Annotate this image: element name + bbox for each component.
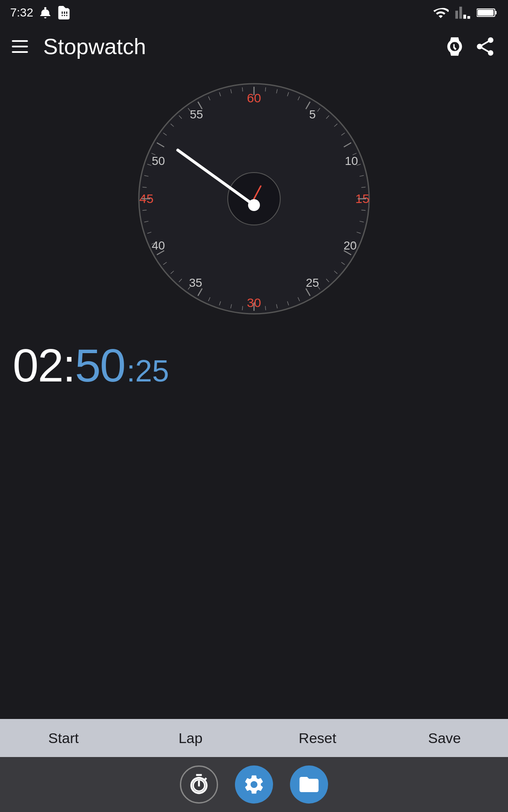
digital-time-display: 02:50 :25 (0, 326, 508, 401)
menu-button[interactable] (12, 37, 30, 56)
page-title: Stopwatch (43, 34, 444, 59)
svg-text:5: 5 (309, 108, 316, 121)
notification-icon (39, 6, 52, 19)
battery-icon (477, 6, 498, 19)
save-button[interactable]: Save (381, 719, 508, 757)
svg-text:55: 55 (190, 108, 203, 121)
watch-icon (444, 36, 466, 58)
action-bar: Start Lap Reset Save (0, 719, 508, 757)
wifi-icon (433, 5, 449, 21)
share-button[interactable] (474, 36, 496, 58)
svg-text:10: 10 (345, 154, 358, 167)
lap-button[interactable]: Lap (127, 719, 254, 757)
nav-stopwatch-button[interactable] (180, 765, 218, 804)
time-hours-minutes: 02:50 (13, 338, 125, 392)
status-bar: 7:32 (0, 0, 508, 25)
nav-settings-button[interactable] (235, 765, 273, 804)
hours: 02 (13, 339, 63, 391)
clock-face-svg: // This won't run in SVG directly, we'll… (135, 80, 373, 317)
share-icon (474, 36, 496, 58)
svg-text:35: 35 (189, 276, 202, 289)
status-time: 7:32 (10, 6, 33, 19)
reset-button[interactable]: Reset (254, 719, 381, 757)
signal-icon (455, 5, 471, 21)
minutes: 50 (75, 339, 125, 391)
svg-text:50: 50 (152, 154, 165, 167)
app-bar: Stopwatch (0, 25, 508, 68)
sim-icon (57, 6, 71, 19)
nav-folder-button[interactable] (290, 765, 328, 804)
folder-icon (298, 773, 320, 796)
svg-rect-2 (478, 10, 494, 16)
svg-point-80 (248, 199, 260, 211)
centiseconds: :25 (127, 354, 169, 388)
clock-wrapper: // This won't run in SVG directly, we'll… (135, 80, 373, 317)
status-icons (433, 5, 498, 21)
clock-area: // This won't run in SVG directly, we'll… (0, 68, 508, 326)
watch-button[interactable] (444, 36, 466, 58)
svg-text:40: 40 (152, 239, 165, 252)
nav-bar (0, 757, 508, 812)
start-button[interactable]: Start (0, 719, 127, 757)
svg-text:20: 20 (343, 239, 356, 252)
stopwatch-icon (188, 773, 210, 796)
settings-icon (243, 773, 265, 796)
svg-rect-1 (495, 11, 497, 14)
svg-text:25: 25 (306, 276, 319, 289)
